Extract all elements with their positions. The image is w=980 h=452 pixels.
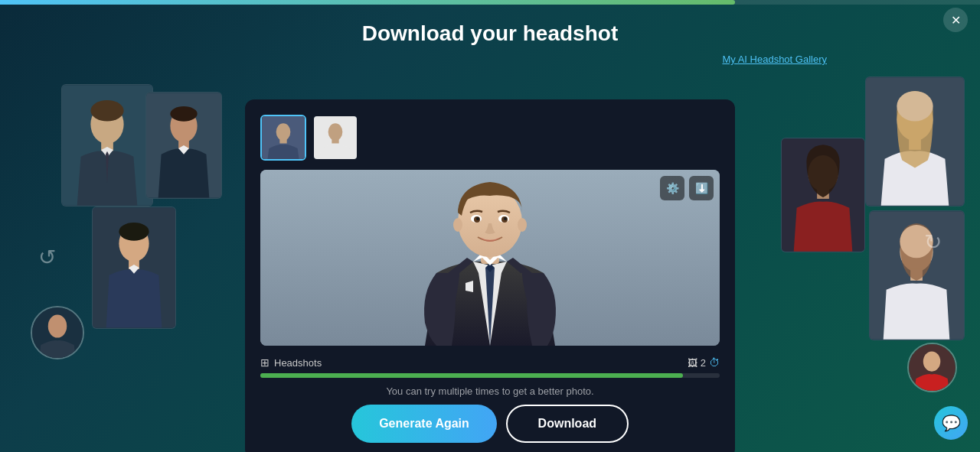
svg-point-7 bbox=[170, 106, 197, 122]
left-photo-1 bbox=[61, 84, 153, 206]
headshot-display: ⚙️ ⬇️ bbox=[260, 170, 720, 346]
headshots-label: ⊞ Headshots bbox=[260, 356, 322, 369]
svg-point-13 bbox=[48, 314, 67, 337]
headshots-count: 🖼 2 ⏱ bbox=[688, 356, 720, 369]
headshots-row: ⊞ Headshots 🖼 2 ⏱ bbox=[260, 356, 720, 369]
image-icon: 🖼 bbox=[688, 357, 697, 369]
clock-icon: ⏱ bbox=[709, 356, 720, 369]
svg-rect-32 bbox=[332, 138, 338, 143]
svg-rect-29 bbox=[279, 138, 286, 143]
thumbnail-2[interactable] bbox=[312, 115, 358, 161]
svg-point-41 bbox=[476, 217, 479, 220]
thumbnail-1[interactable] bbox=[260, 115, 306, 161]
thumbnail-strip bbox=[260, 115, 720, 161]
svg-point-43 bbox=[453, 218, 462, 232]
right-photo-2 bbox=[781, 138, 865, 252]
download-button[interactable]: Download bbox=[506, 405, 629, 443]
left-circle-photo bbox=[31, 306, 84, 359]
download-icon-button[interactable]: ⬇️ bbox=[689, 176, 714, 200]
card-bottom: ⊞ Headshots 🖼 2 ⏱ You can try multiple t… bbox=[260, 356, 720, 443]
main-card: ⚙️ ⬇️ ⊞ Headshots 🖼 2 ⏱ You can try mult… bbox=[245, 99, 735, 452]
right-photo-1 bbox=[865, 76, 965, 206]
svg-point-11 bbox=[119, 223, 149, 241]
generate-again-button[interactable]: Generate Again bbox=[351, 405, 497, 443]
close-button[interactable]: ✕ bbox=[943, 8, 968, 32]
headshots-progress-track bbox=[260, 373, 720, 378]
left-photo-collage bbox=[15, 84, 237, 375]
gallery-link[interactable]: My AI Headshot Gallery bbox=[722, 54, 827, 65]
right-photo-3 bbox=[869, 210, 965, 340]
grid-icon: ⊞ bbox=[260, 356, 270, 369]
enhance-button[interactable]: ⚙️ bbox=[660, 176, 684, 200]
chat-button[interactable]: 💬 bbox=[934, 406, 968, 440]
left-arrow-decoration: ↺ bbox=[38, 245, 56, 270]
headshot-action-buttons: ⚙️ ⬇️ bbox=[660, 176, 714, 200]
svg-point-42 bbox=[504, 217, 507, 220]
headshots-progress-fill bbox=[260, 373, 683, 378]
svg-point-44 bbox=[518, 218, 527, 232]
chat-icon: 💬 bbox=[942, 414, 961, 432]
right-circle-photo bbox=[907, 343, 957, 392]
svg-point-26 bbox=[923, 351, 941, 371]
svg-point-3 bbox=[90, 100, 123, 122]
right-arrow-decoration: ↻ bbox=[924, 229, 942, 255]
left-photo-3 bbox=[92, 206, 176, 329]
progress-bar bbox=[0, 0, 980, 5]
progress-bar-fill bbox=[0, 0, 735, 5]
page-title: Download your headshot bbox=[0, 21, 980, 46]
svg-point-17 bbox=[897, 91, 933, 121]
action-button-row: Generate Again Download bbox=[260, 405, 720, 443]
hint-text: You can try multiple times to get a bett… bbox=[260, 385, 720, 397]
left-photo-2 bbox=[145, 92, 222, 199]
